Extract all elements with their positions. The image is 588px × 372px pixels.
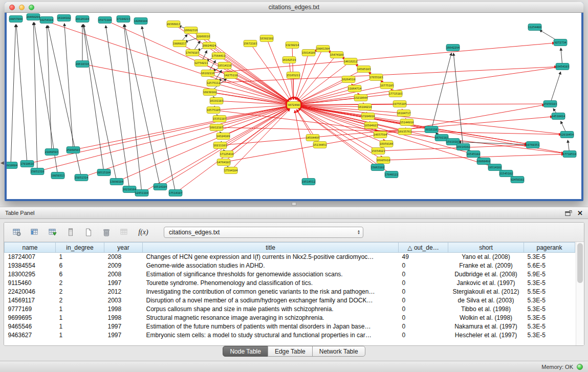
table-row[interactable]: 1456911722003Disruption of a novel membe… <box>5 296 575 305</box>
graph-node[interactable]: 19755105 <box>393 101 407 107</box>
table-cell[interactable]: 5.3E-5 <box>524 305 575 314</box>
table-cell[interactable]: Hescheler et al. (1997) <box>448 331 524 340</box>
graph-node[interactable]: 16104214 <box>358 104 372 111</box>
graph-edge[interactable] <box>378 145 527 151</box>
new-file-icon[interactable] <box>82 226 95 239</box>
graph-node[interactable]: 18775105 <box>380 82 394 89</box>
network-window-titlebar[interactable]: citations_edges.txt <box>5 2 583 13</box>
table-cell[interactable]: 1998 <box>104 305 143 314</box>
table-cell[interactable]: 1 <box>56 314 104 322</box>
table-cell[interactable]: Genome-wide association studies in ADHD. <box>143 261 399 270</box>
table-row[interactable]: 2242004622012Investigating the contribut… <box>5 288 575 296</box>
graph-edge[interactable] <box>299 67 562 104</box>
column-header-title[interactable]: title <box>143 243 399 253</box>
graph-node[interactable]: 10254104 <box>40 17 54 24</box>
graph-node[interactable]: 14505103 <box>357 66 371 73</box>
table-cell[interactable]: Embryonic stem cells: a model to study s… <box>143 331 399 340</box>
graph-node[interactable]: 15144910 <box>400 119 414 126</box>
table-row[interactable]: 911546021997Tourette syndrome. Phenomeno… <box>5 279 575 288</box>
table-cell[interactable]: 1 <box>56 322 104 331</box>
scrollbar-thumb[interactable] <box>577 243 583 283</box>
table-cell[interactable]: 6 <box>56 270 104 279</box>
table-cell[interactable]: 6 <box>56 261 104 270</box>
zoom-window-button[interactable] <box>29 5 34 10</box>
table-cell[interactable]: 5.3E-5 <box>524 322 575 331</box>
graph-node[interactable]: 16104102 <box>57 15 71 21</box>
graph-node[interactable]: 19514102 <box>488 164 502 171</box>
table-cell[interactable]: Structural magnetic resonance image aver… <box>143 314 399 322</box>
graph-node[interactable]: 15351107 <box>213 116 227 122</box>
row-selector-icon[interactable] <box>64 226 77 239</box>
table-cell[interactable]: Dudbridge et al. (2008) <box>448 270 524 279</box>
table-cell[interactable]: Investigating the contribution of common… <box>143 288 399 296</box>
table-cell[interactable]: 18300295 <box>5 270 56 279</box>
table-cell[interactable]: Wolkin et al. (1998) <box>448 314 524 322</box>
graph-node[interactable]: 18514110 <box>218 62 232 69</box>
graph-node[interactable]: 16905910 <box>377 157 390 164</box>
graph-node[interactable]: 19057044 <box>9 16 23 23</box>
table-cell[interactable]: 2012 <box>104 288 143 296</box>
graph-node[interactable]: 14618212 <box>344 58 358 65</box>
tab-node-table[interactable]: Node Table <box>223 346 268 357</box>
table-cell[interactable]: 0 <box>399 270 448 279</box>
graph-node[interactable]: 8818110 <box>425 126 438 133</box>
graph-node[interactable]: 22068818 <box>197 33 210 40</box>
graph-node[interactable]: 15474109 <box>330 52 344 58</box>
table-cell[interactable]: Tourette syndrome. Phenomenology and cla… <box>143 279 399 288</box>
graph-node[interactable]: 25060503 <box>67 147 80 154</box>
table-cell[interactable]: Nakamura et al. (1997) <box>448 322 524 331</box>
graph-node[interactable]: 18302102 <box>260 35 274 42</box>
table-row[interactable]: 969969511998Structural magnetic resonanc… <box>5 314 575 322</box>
graph-node[interactable]: 92450102 <box>511 177 525 183</box>
table-cell[interactable]: 5.3E-5 <box>524 296 575 305</box>
table-cell[interactable]: 2008 <box>104 270 143 279</box>
tab-network-table[interactable]: Network Table <box>312 346 365 357</box>
table-cell[interactable]: 2 <box>56 288 104 296</box>
float-panel-icon[interactable] <box>565 210 572 216</box>
graph-node[interactable]: 18914102 <box>456 144 470 150</box>
graph-node[interactable]: 17514107 <box>169 190 183 196</box>
graph-node[interactable]: 15958103 <box>543 101 557 107</box>
table-cell[interactable]: 9115460 <box>5 279 56 288</box>
table-cell[interactable]: 0 <box>399 261 448 270</box>
graph-edge[interactable] <box>299 106 495 167</box>
graph-node[interactable]: 12451104 <box>135 190 149 196</box>
graph-node[interactable]: 16012107 <box>210 124 224 131</box>
graph-node[interactable]: 12754211 <box>194 60 208 67</box>
graph-node[interactable]: 20515104 <box>97 169 111 176</box>
graph-edge[interactable] <box>27 106 288 164</box>
graph-node[interactable]: 10910604 <box>7 162 18 169</box>
table-row[interactable]: 1872400712008Changes of HCN gene express… <box>5 253 575 261</box>
graph-node[interactable]: 20460204 <box>27 14 40 20</box>
graph-node[interactable]: 16162519 <box>282 57 296 63</box>
graph-node[interactable]: 20610316 <box>76 61 90 68</box>
table-cell[interactable]: 0 <box>399 314 448 322</box>
graph-node[interactable]: 15971104 <box>98 17 112 24</box>
graph-node[interactable]: 14510414 <box>552 113 565 120</box>
column-header-name[interactable]: name <box>5 243 56 253</box>
table-cell[interactable]: 9465546 <box>5 322 56 331</box>
graph-node[interactable]: 16191103 <box>210 98 224 104</box>
graph-node[interactable]: 15672103 <box>244 40 257 47</box>
table-cell[interactable]: 49 <box>399 253 448 261</box>
table-cell[interactable]: Jankovic et al. (1997) <box>448 279 524 288</box>
table-cell[interactable]: 5.3E-5 <box>524 331 575 340</box>
graph-node[interactable]: 13210644 <box>354 95 368 101</box>
network-canvas[interactable]: 9872490203680131860231619060217220688181… <box>7 13 581 199</box>
graph-node[interactable]: 18504921 <box>364 122 378 129</box>
column-header-pagerank[interactable]: pagerank <box>524 243 575 253</box>
graph-node[interactable]: 11254408 <box>528 24 542 31</box>
graph-edge[interactable] <box>83 25 104 172</box>
graph-node[interactable]: 18454103 <box>556 63 570 70</box>
table-cell[interactable]: Disruption of a novel member of a sodium… <box>143 296 399 305</box>
graph-node[interactable]: 19060217 <box>173 40 187 47</box>
graph-node[interactable]: 16182116 <box>201 70 215 77</box>
table-cell[interactable]: 1 <box>56 331 104 340</box>
graph-node[interactable]: 14275110 <box>224 72 238 79</box>
graph-node[interactable]: 15063102 <box>371 164 385 171</box>
column-header-short[interactable]: short <box>448 243 524 253</box>
graph-node[interactable]: 15814109 <box>302 50 316 56</box>
table-selector-dropdown[interactable]: citations_edges.txt ▲ ▼ <box>164 227 363 238</box>
select-columns-icon[interactable] <box>28 226 41 239</box>
graph-node[interactable]: 15165211 <box>287 72 300 79</box>
